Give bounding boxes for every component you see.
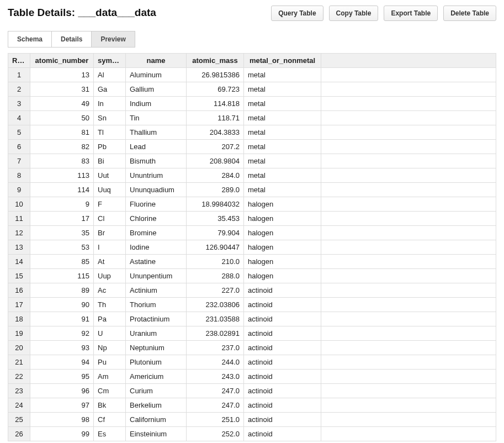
- copy-table-button[interactable]: Copy Table: [329, 6, 379, 21]
- cell-metal-or-nonmetal: halogen: [244, 269, 321, 283]
- cell-symbol: Np: [94, 341, 126, 355]
- cell-name: Uranium: [126, 326, 187, 341]
- cell-symbol: Ga: [94, 82, 126, 97]
- cell-empty: [321, 140, 496, 154]
- cell-atomic-mass: 126.90447: [187, 240, 244, 255]
- table-row: 2598CfCalifornium251.0actinoid: [8, 413, 496, 427]
- cell-symbol: Uuq: [94, 183, 126, 197]
- cell-atomic-number: 49: [30, 97, 94, 111]
- cell-atomic-mass: 79.904: [187, 226, 244, 240]
- table-row: 2699EsEinsteinium252.0actinoid: [8, 427, 496, 441]
- table-row: 2497BkBerkelium247.0actinoid: [8, 398, 496, 413]
- cell-empty: [321, 326, 496, 341]
- delete-table-button[interactable]: Delete Table: [443, 6, 496, 21]
- cell-row: 26: [8, 427, 30, 441]
- cell-metal-or-nonmetal: metal: [244, 97, 321, 111]
- col-header-atomic-number: atomic_number: [30, 54, 94, 68]
- table-row: 2093NpNeptunium237.0actinoid: [8, 341, 496, 355]
- table-row: 1992UUranium238.02891actinoid: [8, 326, 496, 341]
- cell-name: Plutonium: [126, 355, 187, 370]
- cell-empty: [321, 183, 496, 197]
- table-row: 109FFluorine18.9984032halogen: [8, 197, 496, 212]
- table-row: 113AlAluminum26.9815386metal: [8, 68, 496, 82]
- cell-atomic-mass: 114.818: [187, 97, 244, 111]
- tab-schema[interactable]: Schema: [8, 31, 52, 48]
- cell-row: 22: [8, 370, 30, 384]
- cell-empty: [321, 283, 496, 298]
- cell-metal-or-nonmetal: metal: [244, 183, 321, 197]
- cell-atomic-number: 53: [30, 240, 94, 255]
- cell-row: 19: [8, 326, 30, 341]
- export-table-button[interactable]: Export Table: [384, 6, 438, 21]
- cell-atomic-number: 93: [30, 341, 94, 355]
- cell-atomic-mass: 244.0: [187, 355, 244, 370]
- cell-symbol: Es: [94, 427, 126, 441]
- table-row: 1353IIodine126.90447halogen: [8, 240, 496, 255]
- cell-metal-or-nonmetal: metal: [244, 82, 321, 97]
- table-row: 1235BrBromine79.904halogen: [8, 226, 496, 240]
- cell-row: 23: [8, 384, 30, 398]
- cell-symbol: Ac: [94, 283, 126, 298]
- cell-symbol: Tl: [94, 125, 126, 140]
- cell-symbol: Bi: [94, 154, 126, 168]
- cell-empty: [321, 370, 496, 384]
- cell-metal-or-nonmetal: metal: [244, 111, 321, 125]
- cell-empty: [321, 269, 496, 283]
- cell-empty: [321, 255, 496, 269]
- cell-empty: [321, 312, 496, 326]
- cell-empty: [321, 341, 496, 355]
- cell-atomic-number: 92: [30, 326, 94, 341]
- cell-atomic-number: 82: [30, 140, 94, 154]
- cell-name: Tin: [126, 111, 187, 125]
- col-header-row: Row: [8, 54, 30, 68]
- cell-empty: [321, 125, 496, 140]
- cell-atomic-number: 98: [30, 413, 94, 427]
- cell-name: Fluorine: [126, 197, 187, 212]
- cell-atomic-number: 31: [30, 82, 94, 97]
- cell-empty: [321, 97, 496, 111]
- cell-atomic-number: 13: [30, 68, 94, 82]
- cell-name: Bismuth: [126, 154, 187, 168]
- cell-row: 11: [8, 212, 30, 226]
- cell-name: Thorium: [126, 298, 187, 312]
- cell-row: 18: [8, 312, 30, 326]
- cell-symbol: Bk: [94, 398, 126, 413]
- table-row: 2194PuPlutonium244.0actinoid: [8, 355, 496, 370]
- table-row: 231GaGallium69.723metal: [8, 82, 496, 97]
- cell-name: Ununtrium: [126, 168, 187, 183]
- cell-atomic-number: 90: [30, 298, 94, 312]
- cell-atomic-mass: 69.723: [187, 82, 244, 97]
- cell-row: 4: [8, 111, 30, 125]
- cell-row: 16: [8, 283, 30, 298]
- cell-metal-or-nonmetal: actinoid: [244, 298, 321, 312]
- cell-atomic-mass: 288.0: [187, 269, 244, 283]
- table-row: 581TlThallium204.3833metal: [8, 125, 496, 140]
- cell-symbol: Pb: [94, 140, 126, 154]
- cell-atomic-mass: 247.0: [187, 398, 244, 413]
- cell-name: Gallium: [126, 82, 187, 97]
- cell-row: 2: [8, 82, 30, 97]
- cell-atomic-mass: 284.0: [187, 168, 244, 183]
- cell-atomic-number: 115: [30, 269, 94, 283]
- query-table-button[interactable]: Query Table: [271, 6, 323, 21]
- cell-atomic-mass: 237.0: [187, 341, 244, 355]
- table-row: 8113UutUnuntrium284.0metal: [8, 168, 496, 183]
- cell-row: 3: [8, 97, 30, 111]
- cell-atomic-number: 96: [30, 384, 94, 398]
- cell-symbol: Uut: [94, 168, 126, 183]
- header-row: Table Details: ___data___data Query Tabl…: [8, 6, 496, 21]
- cell-atomic-number: 94: [30, 355, 94, 370]
- table-row: 15115UupUnunpentium288.0halogen: [8, 269, 496, 283]
- tabs: Schema Details Preview: [8, 31, 496, 48]
- cell-atomic-mass: 227.0: [187, 283, 244, 298]
- cell-metal-or-nonmetal: halogen: [244, 226, 321, 240]
- cell-empty: [321, 154, 496, 168]
- cell-atomic-mass: 232.03806: [187, 298, 244, 312]
- table-row: 1689AcActinium227.0actinoid: [8, 283, 496, 298]
- cell-symbol: Pu: [94, 355, 126, 370]
- cell-metal-or-nonmetal: actinoid: [244, 427, 321, 441]
- cell-atomic-mass: 251.0: [187, 413, 244, 427]
- tab-preview[interactable]: Preview: [91, 31, 135, 48]
- cell-atomic-mass: 247.0: [187, 384, 244, 398]
- tab-details[interactable]: Details: [51, 31, 92, 48]
